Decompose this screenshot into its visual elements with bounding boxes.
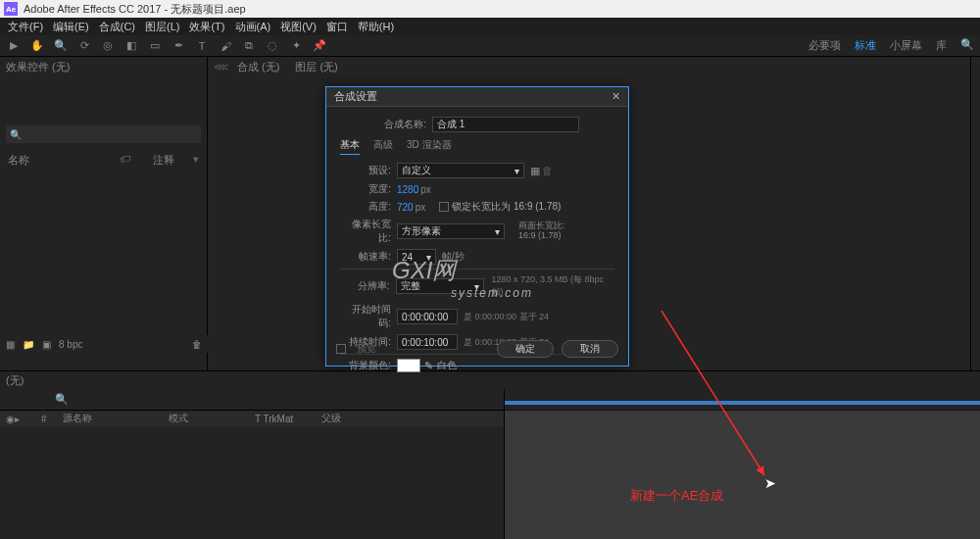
app-icon: Ae — [4, 2, 18, 16]
rotate-tool-icon[interactable]: ⟳ — [76, 38, 92, 54]
preview-label: 预览 — [357, 342, 376, 356]
menu-anim[interactable]: 动画(A) — [231, 20, 275, 34]
new-comp-icon[interactable]: ▣ — [42, 339, 51, 350]
col-source: 源名称 — [63, 412, 161, 425]
timeline-graph[interactable]: ➤ 新建一个AE合成 — [505, 389, 980, 539]
menu-comp[interactable]: 合成(C) — [95, 20, 139, 34]
frame-aspect-label: 画面长宽比: — [518, 220, 565, 230]
menu-file[interactable]: 文件(F) — [4, 20, 47, 34]
tab-basic[interactable]: 基本 — [340, 138, 360, 155]
effects-tab[interactable]: 效果控件 (无) — [6, 60, 70, 74]
frame-aspect-value: 16:9 (1.78) — [518, 230, 562, 240]
puppet-tool-icon[interactable]: 📌 — [312, 38, 327, 54]
eyedropper-icon[interactable]: ✎ — [424, 360, 433, 372]
interpret-icon[interactable]: ▦ — [6, 339, 15, 350]
lock-aspect-checkbox[interactable] — [439, 202, 449, 212]
menu-window[interactable]: 窗口 — [322, 20, 352, 34]
selection-tool-icon[interactable]: ▶ — [6, 38, 22, 54]
comp-name-label: 合成名称: — [375, 118, 426, 131]
camera-tool-icon[interactable]: ◎ — [100, 38, 116, 54]
ws-small[interactable]: 小屏幕 — [890, 38, 922, 53]
window-title: Adobe After Effects CC 2017 - 无标题项目.aep — [24, 2, 246, 17]
work-area-bar[interactable] — [505, 401, 980, 405]
brush-tool-icon[interactable]: 🖌 — [218, 38, 233, 54]
trash-icon[interactable]: 🗑 — [192, 339, 202, 350]
start-timecode-input[interactable] — [397, 309, 458, 324]
preset-select[interactable]: 自定义▾ — [397, 163, 524, 178]
ws-library[interactable]: 库 — [936, 38, 947, 53]
col-parent: 父级 — [321, 412, 341, 425]
ws-standard[interactable]: 标准 — [855, 38, 876, 53]
search-icon: 🔍 — [10, 129, 22, 140]
resolution-note: 1280 x 720, 3.5 MB (每 8bpc 帧) — [492, 273, 614, 299]
bpc-label[interactable]: 8 bpc — [59, 339, 82, 350]
ok-button[interactable]: 确定 — [497, 340, 554, 358]
project-search[interactable]: 🔍 — [6, 125, 201, 143]
timeline-search-icon[interactable]: 🔍 — [55, 393, 69, 406]
menu-effect[interactable]: 效果(T) — [185, 20, 228, 34]
close-icon[interactable]: ✕ — [612, 90, 620, 103]
height-value[interactable]: 720 — [397, 202, 414, 213]
resolution-label: 分辨率: — [340, 279, 390, 293]
fps-label: 帧速率: — [340, 250, 391, 264]
tag-icon: 🏷 — [120, 153, 130, 168]
col-name[interactable]: 名称 — [8, 153, 120, 168]
project-panel: 效果控件 (无) 🔍 名称 🏷 注释 ▾ ▦ 📁 ▣ 8 bpc 🗑 — [0, 57, 208, 370]
height-label: 高度: — [340, 200, 391, 214]
layer-tab[interactable]: 图层 (无) — [295, 60, 337, 74]
start-timecode-label: 开始时间码: — [340, 303, 391, 330]
search-icon[interactable]: 🔍 — [960, 38, 974, 53]
cursor-icon: ➤ — [764, 475, 776, 491]
av-flags: ◉▸ — [6, 414, 33, 424]
par-select[interactable]: 方形像素▾ — [397, 223, 505, 239]
text-tool-icon[interactable]: T — [194, 38, 210, 54]
new-folder-icon[interactable]: 📁 — [23, 339, 34, 350]
preset-label: 预设: — [340, 164, 391, 177]
clone-tool-icon[interactable]: ⧉ — [241, 38, 257, 54]
eraser-tool-icon[interactable]: ◌ — [265, 38, 280, 54]
lock-aspect-label: 锁定长宽比为 16:9 (1.78) — [452, 200, 561, 214]
start-note: 是 0:00:00:00 基于 24 — [464, 311, 549, 323]
tab-advanced[interactable]: 高级 — [373, 138, 393, 155]
panel-menu-icon[interactable]: ▾ — [193, 153, 199, 168]
bg-color-swatch[interactable] — [397, 359, 420, 372]
timeline-panel: (无) 🔍 ◉▸ # 源名称 模式 T TrkMat 父级 ➤ 新建 — [0, 370, 980, 539]
titlebar: Ae Adobe After Effects CC 2017 - 无标题项目.a… — [0, 0, 980, 18]
annotation-text: 新建一个AE合成 — [630, 487, 723, 505]
comp-name-input[interactable] — [432, 117, 579, 132]
col-num: # — [41, 414, 55, 424]
col-trkmat: T TrkMat — [255, 414, 314, 424]
comp-tab[interactable]: 合成 (无) — [237, 60, 279, 74]
roto-tool-icon[interactable]: ✦ — [288, 38, 304, 54]
width-value[interactable]: 1280 — [397, 184, 418, 195]
composition-settings-dialog: 合成设置 ✕ 合成名称: 基本 高级 3D 渲染器 预设: 自定义▾ ▦ 🗑 宽… — [325, 86, 629, 367]
bg-color-name: 白色 — [437, 359, 457, 372]
save-preset-icon[interactable]: ▦ — [530, 165, 540, 177]
bg-color-label: 背景颜色: — [340, 359, 391, 372]
preview-checkbox[interactable] — [336, 344, 346, 354]
resolution-select[interactable]: 完整▾ — [396, 278, 484, 294]
par-label: 像素长宽比: — [340, 218, 391, 245]
fps-select[interactable]: 24▾ — [397, 249, 436, 265]
menu-help[interactable]: 帮助(H) — [354, 20, 398, 34]
timeline-tab[interactable]: (无) — [6, 373, 24, 388]
rect-tool-icon[interactable]: ▭ — [147, 38, 163, 54]
pan-behind-tool-icon[interactable]: ◧ — [123, 38, 139, 54]
width-label: 宽度: — [340, 182, 391, 196]
dialog-title: 合成设置 — [334, 89, 377, 104]
menu-edit[interactable]: 编辑(E) — [49, 20, 93, 34]
hand-tool-icon[interactable]: ✋ — [29, 38, 45, 54]
tab-3d-renderer[interactable]: 3D 渲染器 — [407, 138, 452, 155]
zoom-tool-icon[interactable]: 🔍 — [53, 38, 69, 54]
col-remark[interactable]: 注释 — [134, 153, 193, 168]
ws-essentials[interactable]: 必要项 — [808, 38, 841, 53]
col-mode: 模式 — [169, 412, 247, 425]
pen-tool-icon[interactable]: ✒ — [171, 38, 186, 54]
menubar: 文件(F) 编辑(E) 合成(C) 图层(L) 效果(T) 动画(A) 视图(V… — [0, 18, 980, 35]
toolbar: ▶ ✋ 🔍 ⟳ ◎ ◧ ▭ ✒ T 🖌 ⧉ ◌ ✦ 📌 必要项 标准 小屏幕 库… — [0, 35, 980, 57]
menu-layer[interactable]: 图层(L) — [141, 20, 183, 34]
delete-preset-icon[interactable]: 🗑 — [542, 165, 553, 176]
right-dock — [970, 57, 980, 370]
menu-view[interactable]: 视图(V) — [276, 20, 320, 34]
cancel-button[interactable]: 取消 — [562, 340, 618, 358]
